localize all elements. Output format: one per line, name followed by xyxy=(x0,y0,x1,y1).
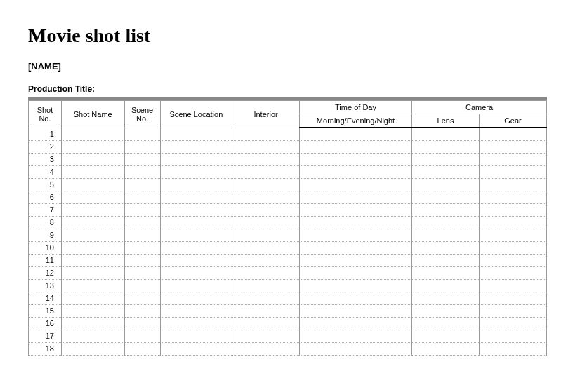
cell-shot-no[interactable]: 8 xyxy=(29,216,62,229)
cell-empty[interactable] xyxy=(124,317,160,330)
cell-empty[interactable] xyxy=(412,292,480,304)
cell-empty[interactable] xyxy=(160,317,232,330)
cell-empty[interactable] xyxy=(412,229,480,241)
cell-shot-no[interactable]: 10 xyxy=(29,241,62,254)
cell-empty[interactable] xyxy=(300,292,412,304)
cell-empty[interactable] xyxy=(160,330,232,342)
cell-empty[interactable] xyxy=(61,165,124,178)
cell-empty[interactable] xyxy=(479,216,546,229)
cell-empty[interactable] xyxy=(61,342,124,355)
cell-empty[interactable] xyxy=(412,153,480,165)
cell-empty[interactable] xyxy=(300,165,412,178)
cell-empty[interactable] xyxy=(61,203,124,216)
cell-empty[interactable] xyxy=(160,128,232,140)
cell-empty[interactable] xyxy=(479,191,546,203)
cell-empty[interactable] xyxy=(61,254,124,266)
cell-empty[interactable] xyxy=(160,229,232,241)
cell-empty[interactable] xyxy=(232,304,300,317)
cell-empty[interactable] xyxy=(300,203,412,216)
cell-empty[interactable] xyxy=(160,279,232,292)
cell-empty[interactable] xyxy=(160,203,232,216)
cell-empty[interactable] xyxy=(124,292,160,304)
cell-empty[interactable] xyxy=(61,140,124,153)
cell-empty[interactable] xyxy=(479,153,546,165)
cell-empty[interactable] xyxy=(61,153,124,165)
cell-shot-no[interactable]: 11 xyxy=(29,254,62,266)
cell-empty[interactable] xyxy=(479,279,546,292)
cell-empty[interactable] xyxy=(479,178,546,191)
cell-empty[interactable] xyxy=(160,153,232,165)
cell-empty[interactable] xyxy=(300,229,412,241)
cell-shot-no[interactable]: 18 xyxy=(29,342,62,355)
cell-empty[interactable] xyxy=(160,216,232,229)
cell-empty[interactable] xyxy=(232,317,300,330)
cell-empty[interactable] xyxy=(300,330,412,342)
cell-empty[interactable] xyxy=(300,140,412,153)
cell-empty[interactable] xyxy=(479,229,546,241)
cell-empty[interactable] xyxy=(232,254,300,266)
cell-empty[interactable] xyxy=(124,216,160,229)
cell-empty[interactable] xyxy=(232,203,300,216)
cell-empty[interactable] xyxy=(232,266,300,279)
cell-empty[interactable] xyxy=(61,292,124,304)
cell-empty[interactable] xyxy=(412,241,480,254)
cell-empty[interactable] xyxy=(61,191,124,203)
cell-empty[interactable] xyxy=(479,304,546,317)
cell-empty[interactable] xyxy=(61,178,124,191)
cell-empty[interactable] xyxy=(232,165,300,178)
cell-empty[interactable] xyxy=(61,128,124,140)
cell-empty[interactable] xyxy=(479,165,546,178)
cell-empty[interactable] xyxy=(412,203,480,216)
cell-empty[interactable] xyxy=(479,140,546,153)
cell-empty[interactable] xyxy=(124,165,160,178)
cell-empty[interactable] xyxy=(61,317,124,330)
cell-empty[interactable] xyxy=(61,229,124,241)
cell-empty[interactable] xyxy=(232,153,300,165)
cell-shot-no[interactable]: 15 xyxy=(29,304,62,317)
cell-empty[interactable] xyxy=(479,292,546,304)
cell-empty[interactable] xyxy=(160,241,232,254)
cell-shot-no[interactable]: 17 xyxy=(29,330,62,342)
cell-empty[interactable] xyxy=(412,191,480,203)
cell-empty[interactable] xyxy=(160,178,232,191)
cell-empty[interactable] xyxy=(61,279,124,292)
cell-empty[interactable] xyxy=(412,279,480,292)
cell-empty[interactable] xyxy=(124,330,160,342)
cell-empty[interactable] xyxy=(124,241,160,254)
cell-empty[interactable] xyxy=(300,128,412,140)
cell-empty[interactable] xyxy=(160,191,232,203)
cell-empty[interactable] xyxy=(412,266,480,279)
cell-shot-no[interactable]: 5 xyxy=(29,178,62,191)
cell-empty[interactable] xyxy=(412,128,480,140)
cell-empty[interactable] xyxy=(61,330,124,342)
cell-empty[interactable] xyxy=(232,229,300,241)
cell-empty[interactable] xyxy=(124,254,160,266)
cell-empty[interactable] xyxy=(124,229,160,241)
cell-empty[interactable] xyxy=(412,178,480,191)
cell-empty[interactable] xyxy=(232,241,300,254)
cell-empty[interactable] xyxy=(160,292,232,304)
cell-empty[interactable] xyxy=(232,342,300,355)
cell-empty[interactable] xyxy=(160,254,232,266)
cell-empty[interactable] xyxy=(412,216,480,229)
cell-empty[interactable] xyxy=(300,317,412,330)
cell-empty[interactable] xyxy=(479,317,546,330)
cell-empty[interactable] xyxy=(412,254,480,266)
cell-shot-no[interactable]: 12 xyxy=(29,266,62,279)
cell-empty[interactable] xyxy=(61,241,124,254)
cell-shot-no[interactable]: 4 xyxy=(29,165,62,178)
cell-shot-no[interactable]: 7 xyxy=(29,203,62,216)
cell-empty[interactable] xyxy=(124,191,160,203)
cell-empty[interactable] xyxy=(479,266,546,279)
cell-empty[interactable] xyxy=(232,292,300,304)
cell-empty[interactable] xyxy=(124,178,160,191)
cell-shot-no[interactable]: 14 xyxy=(29,292,62,304)
cell-shot-no[interactable]: 16 xyxy=(29,317,62,330)
cell-empty[interactable] xyxy=(160,304,232,317)
cell-empty[interactable] xyxy=(61,216,124,229)
cell-empty[interactable] xyxy=(232,279,300,292)
cell-empty[interactable] xyxy=(160,266,232,279)
cell-empty[interactable] xyxy=(300,279,412,292)
cell-empty[interactable] xyxy=(300,153,412,165)
cell-empty[interactable] xyxy=(124,140,160,153)
